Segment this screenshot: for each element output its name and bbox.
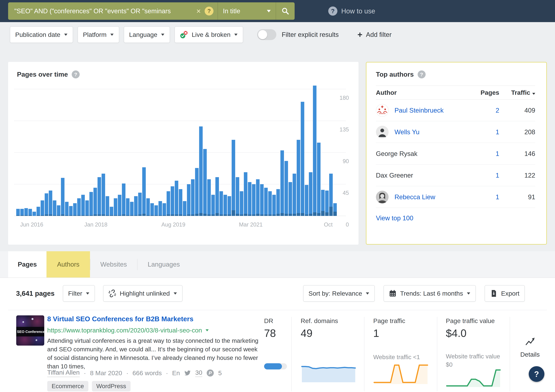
- details-label: Details: [515, 351, 545, 358]
- publication-date-filter[interactable]: Publication date: [10, 26, 73, 43]
- svg-text:Jun 2016: Jun 2016: [20, 221, 43, 228]
- author-link[interactable]: Paul Steinbrueck: [394, 107, 470, 114]
- author-row: Dax Greener 1 122: [376, 165, 535, 186]
- platform-label: Platform: [83, 31, 107, 38]
- pinterest-icon: P: [206, 369, 214, 377]
- search-scope-dropdown[interactable]: In title: [218, 2, 276, 20]
- tab-pages[interactable]: Pages: [8, 251, 46, 278]
- svg-text:Aug 2019: Aug 2019: [161, 221, 185, 228]
- author-traffic-value: 146: [499, 150, 535, 157]
- tag-pill[interactable]: WordPress: [92, 381, 131, 392]
- traffic-value-label: Page traffic value: [446, 317, 495, 325]
- results-filter-button[interactable]: Filter: [63, 285, 95, 302]
- chevron-down-icon: [110, 34, 114, 36]
- thumbnail-caption: SEO Conferences for B2B M: [16, 327, 44, 337]
- filter-bar: Publication date Platform Language Live …: [0, 22, 555, 47]
- chevron-down-icon: [234, 34, 238, 36]
- chevron-down-icon: [267, 10, 271, 12]
- search-query-input[interactable]: "SEO" AND ("conferences" OR "events" OR …: [14, 7, 195, 15]
- live-broken-label: Live & broken: [192, 31, 230, 38]
- svg-text:45: 45: [343, 190, 349, 196]
- live-broken-status-icon: [180, 30, 188, 39]
- broken-link-icon: [109, 290, 116, 297]
- add-filter-label: Add filter: [366, 31, 392, 38]
- top-authors-header-row: Author Pages Traffic: [376, 86, 535, 100]
- author-row: Rebecca Liew 1 91: [376, 186, 535, 208]
- traffic-value-sparkline: [445, 365, 501, 388]
- search-bar[interactable]: "SEO" AND ("conferences" OR "events" OR …: [8, 2, 295, 20]
- toolbar-divider: [8, 310, 547, 310]
- result-thumbnail[interactable]: SEO Conferences for B2B M: [16, 315, 44, 346]
- export-button[interactable]: Export: [485, 285, 525, 302]
- explicit-results-toggle[interactable]: [257, 29, 276, 40]
- traffic-column-label: Traffic: [511, 89, 530, 96]
- view-top-100-link[interactable]: View top 100: [376, 214, 535, 222]
- author-pages-link[interactable]: 1: [470, 128, 499, 136]
- author-traffic-value: 122: [499, 172, 535, 179]
- url-expand-icon[interactable]: [206, 329, 209, 331]
- svg-text:Mar 2021: Mar 2021: [239, 221, 263, 228]
- author-column-header[interactable]: Author: [376, 89, 470, 96]
- author-link[interactable]: Rebecca Liew: [394, 193, 470, 201]
- column-divider: [364, 317, 364, 391]
- meta-separator: ·: [126, 370, 128, 377]
- twitter-share-count[interactable]: 30: [195, 369, 202, 377]
- column-divider: [437, 317, 437, 391]
- tab-websites[interactable]: Websites: [90, 251, 137, 278]
- trend-zigzag-icon: [525, 337, 535, 346]
- help-floating-button[interactable]: ?: [529, 366, 544, 382]
- clear-query-icon[interactable]: ×: [196, 7, 201, 15]
- search-button[interactable]: [276, 2, 295, 20]
- column-divider: [291, 317, 292, 391]
- live-broken-filter[interactable]: Live & broken: [175, 26, 243, 43]
- tab-languages[interactable]: Languages: [137, 251, 190, 278]
- publication-date-label: Publication date: [15, 31, 60, 38]
- top-authors-title: Top authors: [376, 71, 414, 78]
- chevron-down-icon: [467, 292, 470, 294]
- highlight-unlinked-label: Highlight unlinked: [120, 290, 170, 297]
- search-scope-value: In title: [223, 7, 267, 15]
- page-traffic-value: 1: [373, 327, 405, 339]
- avatar-photo: [376, 191, 389, 203]
- sort-by-button[interactable]: Sort by: Relevance: [303, 285, 375, 302]
- chart-help-icon[interactable]: ?: [72, 71, 80, 78]
- top-navigation-bar: "SEO" AND ("conferences" OR "events" OR …: [0, 0, 555, 22]
- author-name: George Rysak: [376, 150, 470, 157]
- platform-filter[interactable]: Platform: [78, 26, 119, 43]
- dr-progress-bar: [264, 363, 287, 370]
- result-meta-row: Tiffani Allen · 8 Mar 2020 · 666 words ·…: [47, 369, 222, 377]
- tag-pill[interactable]: Ecommerce: [47, 381, 88, 392]
- author-pages-link[interactable]: 1: [470, 150, 499, 157]
- tab-authors[interactable]: Authors: [46, 251, 90, 278]
- result-title-link[interactable]: 8 Virtual SEO Conferences for B2B Market…: [47, 315, 193, 323]
- author-pages-link[interactable]: 1: [470, 193, 499, 201]
- language-filter[interactable]: Language: [124, 26, 170, 43]
- pages-column-header[interactable]: Pages: [470, 89, 499, 96]
- author-pages-link[interactable]: 1: [470, 172, 499, 179]
- highlight-unlinked-button[interactable]: Highlight unlinked: [103, 285, 182, 302]
- author-link[interactable]: Wells Yu: [394, 128, 470, 136]
- ref-domains-metric: Ref. domains 49: [301, 317, 338, 339]
- meta-separator: ·: [166, 370, 168, 377]
- calendar-icon: [389, 290, 397, 297]
- author-pages-link[interactable]: 2: [470, 107, 499, 114]
- how-to-use-link[interactable]: ? How to use: [328, 0, 375, 22]
- traffic-value-value: $4.0: [446, 327, 495, 339]
- pages-over-time-svg[interactable]: 45901351800Jun 2016Jan 2018Aug 2019Mar 2…: [8, 79, 358, 245]
- trends-button[interactable]: Trends: Last 6 months: [384, 285, 476, 302]
- explicit-results-control: Filter explicit results: [257, 29, 339, 40]
- toggle-knob: [258, 30, 267, 39]
- ref-domains-value: 49: [301, 327, 338, 339]
- traffic-column-header[interactable]: Traffic: [499, 89, 535, 96]
- pages-over-time-title: Pages over time: [17, 71, 68, 78]
- result-description: Attending virtual conferences is a great…: [47, 336, 260, 371]
- top-authors-help-icon[interactable]: ?: [418, 71, 426, 78]
- result-word-count: 666 words: [132, 370, 162, 377]
- svg-text:P: P: [209, 370, 212, 376]
- details-button[interactable]: Details: [515, 337, 545, 358]
- result-author-link[interactable]: Tiffani Allen: [47, 369, 80, 377]
- query-help-icon[interactable]: ?: [205, 7, 213, 15]
- result-url-link[interactable]: https://www.toprankblog.com/2020/03/8-vi…: [47, 327, 202, 334]
- add-filter-button[interactable]: + Add filter: [358, 30, 392, 39]
- explicit-results-label: Filter explicit results: [282, 31, 339, 38]
